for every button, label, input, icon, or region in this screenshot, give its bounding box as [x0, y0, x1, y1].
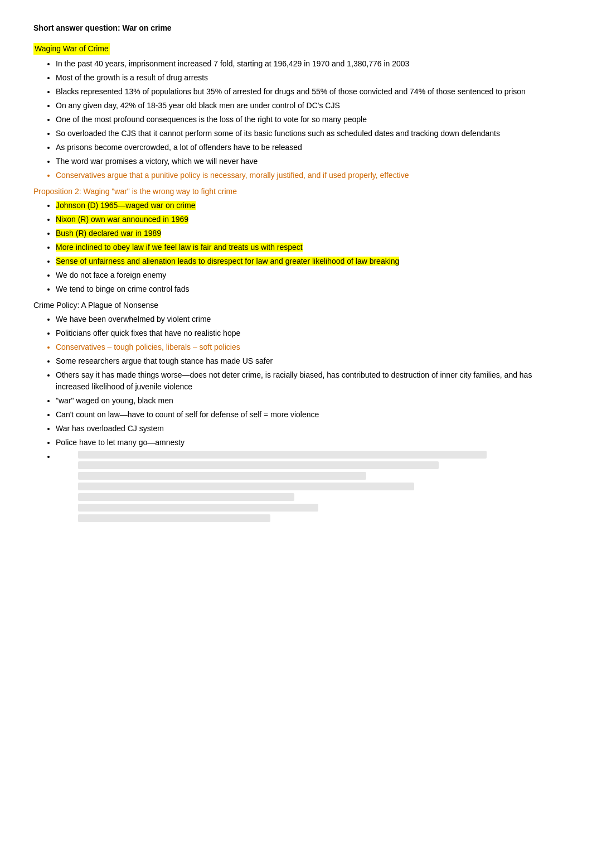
list-item: In the past 40 years, imprisonment incre… [56, 58, 559, 70]
list-item: Blacks represented 13% of populations bu… [56, 86, 559, 98]
list-item: Others say it has made things worse—does… [56, 369, 559, 393]
list-item-highlight: Nixon (R) own war announced in 1969 [56, 214, 559, 225]
section-heading-crime-policy: Crime Policy: A Plague of Nonsense [33, 300, 559, 311]
list-item: Can't count on law—have to count of self… [56, 409, 559, 421]
page-title: Short answer question: War on crime [33, 22, 559, 34]
waging-war-list: In the past 40 years, imprisonment incre… [56, 58, 559, 181]
list-item: We have been overwhelmed by violent crim… [56, 314, 559, 325]
section-heading-proposition2: Proposition 2: Waging "war" is the wrong… [33, 186, 559, 197]
list-item: Some researchers argue that tough stance… [56, 355, 559, 367]
list-item-highlight: Johnson (D) 1965—waged war on crime [56, 200, 559, 211]
list-item-orange: Conservatives argue that a punitive poli… [56, 170, 559, 181]
list-item: Politicians offer quick fixes that have … [56, 327, 559, 339]
list-item-orange: Conservatives – tough policies, liberals… [56, 341, 559, 353]
section-proposition2: Proposition 2: Waging "war" is the wrong… [33, 186, 559, 295]
list-item: War has overloaded CJ system [56, 423, 559, 435]
list-item: So overloaded the CJS that it cannot per… [56, 128, 559, 139]
section-heading-waging-war: Waging War of Crime [33, 43, 110, 55]
crime-policy-list: We have been overwhelmed by violent crim… [56, 314, 559, 522]
list-item: The word war promises a victory, which w… [56, 156, 559, 167]
list-item-blurred [56, 451, 559, 522]
list-item: One of the most profound consequences is… [56, 114, 559, 126]
list-item: We tend to binge on crime control fads [56, 283, 559, 295]
page-container: Short answer question: War on crime Wagi… [33, 22, 559, 522]
list-item: We do not face a foreign enemy [56, 269, 559, 281]
list-item: On any given day, 42% of 18-35 year old … [56, 100, 559, 112]
list-item: "war" waged on young, black men [56, 395, 559, 407]
section-crime-policy: Crime Policy: A Plague of Nonsense We ha… [33, 300, 559, 522]
proposition2-list: Johnson (D) 1965—waged war on crime Nixo… [56, 200, 559, 295]
list-item-highlight: Bush (R) declared war in 1989 [56, 228, 559, 239]
list-item: Police have to let many go—amnesty [56, 437, 559, 449]
list-item-highlight: Sense of unfairness and alienation leads… [56, 255, 559, 267]
section-waging-war: Waging War of Crime In the past 40 years… [33, 43, 559, 181]
list-item: Most of the growth is a result of drug a… [56, 72, 559, 84]
list-item: As prisons become overcrowded, a lot of … [56, 142, 559, 153]
list-item-highlight: More inclined to obey law if we feel law… [56, 242, 559, 253]
